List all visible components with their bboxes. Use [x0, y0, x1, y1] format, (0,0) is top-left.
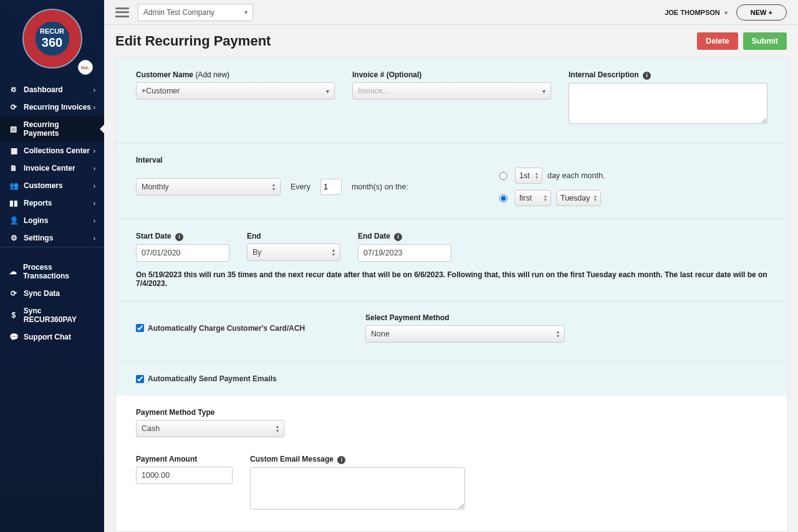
collections-icon: ▦ — [9, 146, 19, 155]
delete-button[interactable]: Delete — [697, 32, 738, 50]
auto-email-label: Automatically Send Payment Emails — [148, 374, 277, 383]
day-of-month-radio[interactable] — [499, 172, 507, 180]
chevron-right-icon: › — [94, 217, 95, 224]
chevron-down-icon: ▾ — [326, 88, 329, 95]
payment-method-label: Select Payment Method — [365, 313, 565, 322]
end-select[interactable]: By — [247, 244, 340, 261]
auto-email-row[interactable]: Automatically Send Payment Emails — [136, 374, 767, 383]
customer-value: +Customer — [142, 87, 180, 95]
sidebar-item-customers[interactable]: 👥 Customers › — [0, 177, 104, 194]
menu-toggle-icon[interactable] — [115, 7, 129, 17]
day-suffix: day each month. — [547, 171, 605, 180]
schedule-note: On 5/19/2023 this will run 35 times and … — [136, 270, 767, 288]
company-value: Admin Test Company — [143, 8, 214, 17]
weekday-select[interactable]: Tuesday▴▾ — [556, 190, 601, 206]
months-on-label: month(s) on the: — [352, 183, 408, 191]
inc-badge: Inc. — [78, 60, 93, 75]
chevron-down-icon: ▾ — [724, 9, 728, 16]
sidebar-item-label: Recurring Invoices — [24, 103, 91, 112]
every-label: Every — [291, 183, 310, 191]
topbar: Admin Test Company ▾ JOE THOMPSON ▾ NEW … — [104, 0, 798, 25]
sidebar-item-sync-pay[interactable]: $ Sync RECUR360PAY — [0, 302, 104, 328]
sidebar-item-support[interactable]: 💬 Support Chat — [0, 328, 104, 346]
invoice-label: Invoice # (Optional) — [352, 70, 551, 79]
internal-desc-label: Internal Description i — [569, 70, 767, 80]
updown-icon — [276, 424, 279, 433]
sidebar-item-label: Logins — [24, 216, 48, 225]
sidebar-item-process-tx[interactable]: ☁ Process Transactions — [0, 259, 104, 285]
section-autoemail: Automatically Send Payment Emails — [116, 362, 787, 396]
primary-nav: ⛭ Dashboard › ⟳ Recurring Invoices › ▤ R… — [0, 81, 104, 247]
chevron-down-icon: ▾ — [244, 9, 248, 16]
logins-icon: 👤 — [9, 216, 19, 225]
pmt-type-select[interactable]: Cash — [136, 420, 284, 437]
sidebar-item-invoice-center[interactable]: 🗎 Invoice Center › — [0, 159, 104, 177]
secondary-nav: ☁ Process Transactions ⟳ Sync Data $ Syn… — [0, 259, 104, 346]
sync-icon: ⟳ — [9, 289, 19, 298]
weekday-radio[interactable] — [499, 194, 507, 202]
customer-label: Customer Name (Add new) — [136, 70, 335, 79]
start-date-label: Start Date i — [136, 232, 229, 241]
updown-icon — [272, 183, 275, 191]
invoice-placeholder: Invoice... — [358, 87, 389, 95]
titlebar: Edit Recurring Payment Delete Submit — [104, 25, 798, 57]
sidebar-item-collections[interactable]: ▦ Collections Center › — [0, 142, 104, 159]
customers-icon: 👥 — [9, 181, 19, 190]
invoice-select[interactable]: Invoice... ▾ — [352, 82, 551, 100]
submit-button[interactable]: Submit — [743, 32, 787, 50]
sidebar-item-sync-data[interactable]: ⟳ Sync Data — [0, 285, 104, 302]
brand-line1: RECUR — [40, 27, 64, 35]
chevron-right-icon: › — [94, 104, 95, 111]
sidebar-item-settings[interactable]: ⚙ Settings › — [0, 229, 104, 247]
auto-charge-row[interactable]: Automatically Charge Customer's Card/ACH — [136, 324, 348, 333]
sidebar-item-logins[interactable]: 👤 Logins › — [0, 212, 104, 229]
internal-desc-input[interactable] — [569, 83, 767, 124]
brand-line2: 360 — [42, 36, 62, 50]
sidebar-item-label: Reports — [24, 199, 52, 207]
info-icon: i — [175, 233, 183, 241]
ordinal-select[interactable]: first▴▾ — [515, 190, 551, 206]
interval-value: Monthly — [142, 183, 169, 191]
sidebar-item-recurring-invoices[interactable]: ⟳ Recurring Invoices › — [0, 98, 104, 116]
chat-icon: 💬 — [9, 333, 19, 341]
section-pmt-type: Payment Method Type Cash Payment Amount … — [116, 396, 787, 528]
email-msg-label: Custom Email Message i — [250, 455, 465, 464]
start-date-input[interactable] — [136, 244, 229, 262]
chevron-right-icon: › — [94, 183, 95, 189]
sidebar-item-label: Sync Data — [24, 289, 60, 298]
info-icon: i — [643, 72, 651, 80]
info-icon: i — [394, 233, 402, 241]
sidebar-item-label: Process Transactions — [23, 263, 95, 280]
user-menu[interactable]: JOE THOMPSON ▾ — [665, 9, 728, 16]
chevron-right-icon: › — [94, 87, 95, 93]
info-icon: i — [337, 456, 345, 464]
end-date-input[interactable] — [358, 244, 451, 262]
sidebar-item-label: Recurring Payments — [24, 120, 95, 138]
amount-input[interactable] — [136, 467, 233, 484]
auto-charge-checkbox[interactable] — [136, 324, 144, 332]
customer-select[interactable]: +Customer ▾ — [136, 82, 335, 100]
dashboard-icon: ⛭ — [9, 85, 19, 94]
email-msg-input[interactable] — [250, 467, 465, 510]
sidebar-item-label: Support Chat — [24, 333, 71, 341]
section-autocharge: Automatically Charge Customer's Card/ACH… — [116, 301, 787, 361]
user-name: JOE THOMPSON — [665, 9, 720, 16]
new-button[interactable]: NEW + — [736, 4, 787, 21]
auto-email-checkbox[interactable] — [136, 375, 144, 383]
interval-select[interactable]: Monthly — [136, 178, 281, 196]
sidebar-item-label: Collections Center — [24, 146, 90, 155]
sidebar-item-recurring-payments[interactable]: ▤ Recurring Payments — [0, 116, 104, 142]
day-num-select[interactable]: 1st▴▾ — [515, 168, 542, 184]
pmt-type-label: Payment Method Type — [136, 408, 767, 417]
chevron-down-icon: ▾ — [542, 88, 546, 95]
chevron-right-icon: › — [94, 165, 95, 172]
end-date-label: End Date i — [358, 232, 451, 241]
payment-method-select[interactable]: None — [365, 325, 565, 343]
amount-label: Payment Amount — [136, 455, 233, 463]
every-input[interactable] — [320, 179, 342, 195]
sidebar-item-reports[interactable]: ▮▮ Reports › — [0, 194, 104, 212]
sidebar-item-dashboard[interactable]: ⛭ Dashboard › — [0, 81, 104, 98]
section-interval: Interval Monthly Every month(s) on the: … — [116, 143, 787, 219]
company-select[interactable]: Admin Test Company ▾ — [138, 4, 253, 21]
auto-charge-label: Automatically Charge Customer's Card/ACH — [148, 324, 305, 333]
